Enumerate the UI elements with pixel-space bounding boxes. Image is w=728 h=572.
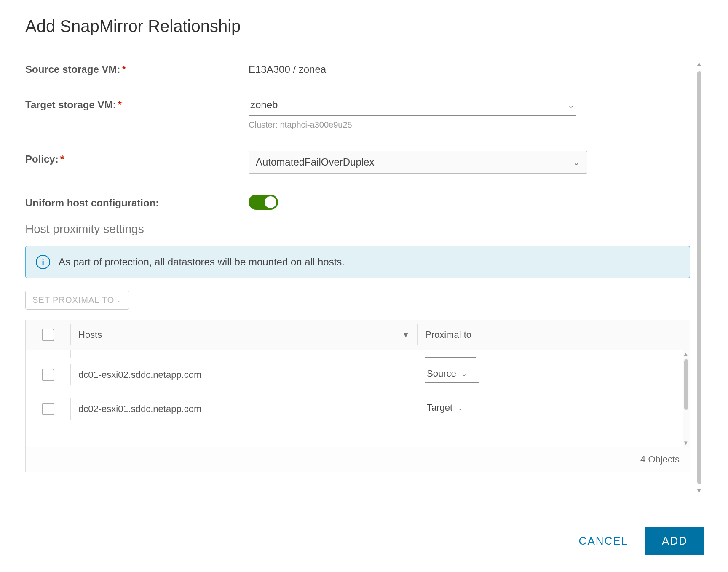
info-icon: i	[36, 255, 50, 269]
table-body: ▲ ▼ dc01	[26, 350, 690, 447]
policy-value: AutomatedFailOverDuplex	[256, 156, 374, 168]
filter-icon[interactable]: ▼	[402, 331, 410, 339]
table-row-partial	[26, 350, 690, 358]
target-cluster-hint: Cluster: ntaphci-a300e9u25	[249, 120, 576, 130]
policy-select[interactable]: AutomatedFailOverDuplex ⌄	[249, 151, 587, 174]
required-asterisk: *	[118, 99, 122, 110]
info-banner: i As part of protection, all datastores …	[25, 246, 690, 278]
hosts-table: Hosts ▼ Proximal to ▲ ▼	[25, 320, 690, 472]
proximal-column-header[interactable]: Proximal to	[418, 320, 690, 350]
set-proximal-label: SET PROXIMAL TO	[32, 295, 114, 305]
inner-scroll-up-arrow[interactable]: ▲	[683, 351, 688, 357]
inner-scroll-down-arrow[interactable]: ▼	[683, 440, 688, 446]
dialog-title: Add SnapMirror Relationship	[25, 17, 703, 36]
uniform-host-label: Uniform host configuration:	[25, 195, 249, 209]
select-all-checkbox[interactable]	[42, 329, 54, 341]
policy-label: Policy:*	[25, 151, 249, 165]
info-banner-text: As part of protection, all datastores wi…	[59, 256, 345, 268]
inner-scrollbar: ▲ ▼	[683, 350, 690, 447]
target-storage-row: Target storage VM:* zoneb ⌄ Cluster: nta…	[25, 96, 690, 130]
target-storage-select[interactable]: zoneb ⌄	[249, 96, 576, 116]
set-proximal-to-button[interactable]: SET PROXIMAL TO ⌄	[25, 291, 129, 310]
required-asterisk: *	[60, 153, 64, 165]
proximal-select[interactable]: Target ⌄	[425, 401, 479, 417]
table-cell-proximal: Source ⌄	[418, 358, 690, 392]
table-cell-host: dc01-esxi02.sddc.netapp.com	[71, 361, 418, 389]
policy-label-text: Policy:	[25, 153, 59, 165]
chevron-down-icon: ⌄	[573, 157, 580, 167]
dialog-body: ▲ ▼ Source storage VM:* E13A300 / zonea …	[25, 61, 703, 472]
chevron-down-icon: ⌄	[461, 370, 467, 378]
table-cell-host: dc02-esxi01.sddc.netapp.com	[71, 395, 418, 423]
table-footer: 4 Objects	[26, 447, 690, 472]
scroll-down-arrow[interactable]: ▼	[696, 487, 702, 494]
source-storage-label: Source storage VM:*	[25, 61, 249, 75]
column-separator	[70, 350, 71, 358]
toggle-knob	[265, 196, 276, 208]
select-all-cell	[26, 320, 70, 350]
proximal-value: Target	[427, 402, 452, 413]
add-snapmirror-dialog: Add SnapMirror Relationship ▲ ▼ Source s…	[0, 0, 728, 572]
proximal-select[interactable]: Source ⌄	[425, 366, 479, 383]
policy-row: Policy:* AutomatedFailOverDuplex ⌄	[25, 151, 690, 174]
outer-scrollbar-thumb[interactable]	[697, 71, 701, 484]
source-storage-row: Source storage VM:* E13A300 / zonea	[25, 61, 690, 75]
table-cell-proximal	[418, 355, 690, 358]
row-checkbox-cell	[26, 394, 70, 424]
chevron-down-icon: ⌄	[117, 297, 122, 304]
hosts-column-header[interactable]: Hosts ▼	[71, 320, 417, 350]
source-storage-label-text: Source storage VM:	[25, 64, 120, 75]
host-proximity-heading: Host proximity settings	[25, 222, 690, 236]
table-cell-proximal: Target ⌄	[418, 392, 690, 426]
uniform-host-row: Uniform host configuration:	[25, 195, 690, 210]
target-storage-label: Target storage VM:*	[25, 96, 249, 111]
row-checkbox[interactable]	[42, 369, 54, 381]
proximal-select-partial[interactable]	[425, 357, 476, 358]
row-checkbox-cell	[26, 360, 70, 390]
target-storage-label-text: Target storage VM:	[25, 99, 116, 110]
proximal-value: Source	[427, 368, 456, 379]
cancel-button[interactable]: CANCEL	[579, 535, 628, 548]
add-button[interactable]: ADD	[645, 527, 704, 555]
scroll-up-arrow[interactable]: ▲	[696, 60, 702, 67]
chevron-down-icon: ⌄	[567, 100, 575, 110]
table-header-row: Hosts ▼ Proximal to	[26, 320, 690, 350]
dialog-button-row: CANCEL ADD	[579, 527, 704, 555]
inner-scrollbar-thumb[interactable]	[684, 359, 688, 410]
table-row: dc01-esxi02.sddc.netapp.com Source ⌄	[26, 358, 690, 392]
proximal-column-label: Proximal to	[425, 329, 471, 340]
row-checkbox[interactable]	[42, 403, 54, 415]
required-asterisk: *	[122, 64, 126, 75]
hosts-column-label: Hosts	[78, 329, 102, 340]
target-storage-field-wrap: zoneb ⌄ Cluster: ntaphci-a300e9u25	[249, 96, 576, 130]
source-storage-value: E13A300 / zonea	[249, 61, 326, 75]
chevron-down-icon: ⌄	[458, 404, 463, 412]
table-row: dc02-esxi01.sddc.netapp.com Target ⌄	[26, 392, 690, 426]
target-storage-value: zoneb	[250, 99, 278, 111]
uniform-host-toggle[interactable]	[249, 195, 278, 210]
